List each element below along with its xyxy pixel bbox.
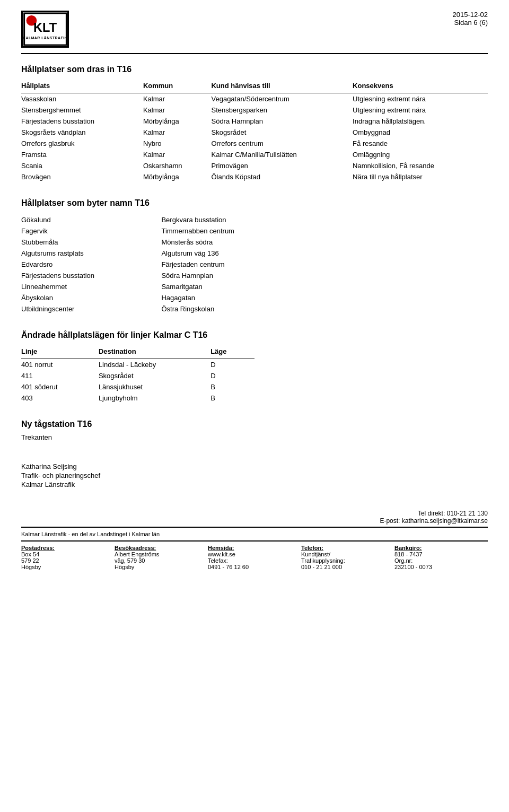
table-cell: Kalmar (143, 149, 212, 160)
table-cell: Få resande (353, 138, 488, 149)
logo-box: KLT KALMAR LÄNSTRAFIK (21, 11, 69, 48)
section4-value: Trekanten (21, 433, 488, 441)
table-row: FagervikTimmernabben centrum (21, 225, 301, 237)
signature-name: Katharina Seijsing (21, 462, 488, 470)
table-cell: Omläggning (353, 149, 488, 160)
section2-title: Hållplatser som byter namn T16 (21, 198, 488, 208)
table-row: StensbergshemmetKalmarStensbergsparkenUt… (21, 104, 488, 116)
table-cell: Färjestadens busstation (21, 116, 143, 127)
table-cell: B (210, 392, 254, 404)
table-cell: Hagagatan (161, 292, 301, 303)
table-cell: Vegagatan/Södercentrum (211, 93, 353, 105)
table-cell: D (210, 370, 254, 381)
table-row: ScaniaOskarshamnPrimovägenNamnkollision,… (21, 160, 488, 171)
table-cell: Mörbylånga (143, 116, 212, 127)
table-cell: 403 (21, 392, 99, 404)
signature-title: Trafik- och planeringschef (21, 472, 488, 479)
section-ny-tagstation: Ny tågstation T16 Trekanten (21, 420, 488, 441)
table-cell: Kalmar C/Manilla/Tullslätten (211, 149, 353, 160)
footer-line: Kundtjänst/ (301, 551, 394, 557)
table-cell: Samaritgatan (161, 281, 301, 292)
footer-tel-area: Tel direkt: 010-21 21 130 E-post: kathar… (21, 510, 488, 525)
section3-table: Linje Destination Läge 401 norrutLindsda… (21, 346, 254, 404)
footer-telefon-title: Telefon: (301, 545, 394, 551)
table-cell: Vasaskolan (21, 93, 143, 105)
table-cell: Åbyskolan (21, 292, 161, 303)
table-cell: Fagervik (21, 225, 161, 237)
table-cell: Utglesning extremt nära (353, 93, 488, 105)
col-destination: Destination (99, 346, 210, 359)
footer-besoks-title: Besöksadress: (115, 545, 208, 551)
table-cell: Ljungbyholm (99, 392, 210, 404)
footer-line: Box 54 (21, 551, 115, 557)
signature-org: Kalmar Länstrafik (21, 481, 488, 488)
svg-text:KALMAR LÄNSTRAFIK: KALMAR LÄNSTRAFIK (23, 36, 67, 40)
footer-line: Trafikupplysning: (301, 557, 394, 564)
table-cell: Stubbemåla (21, 237, 161, 248)
footer-line: Albert Engströms (115, 551, 208, 557)
table-cell: Nybro (143, 138, 212, 149)
table-cell: Stensbergsparken (211, 104, 353, 116)
footer-post-title: Postadress: (21, 545, 115, 551)
footer-line: väg, 579 30 (115, 557, 208, 564)
table-cell: Linneahemmet (21, 281, 161, 292)
page: KLT KALMAR LÄNSTRAFIK 2015-12-02 Sidan 6… (0, 0, 509, 812)
table-cell: Kalmar (143, 93, 212, 105)
table-cell: Algutsrum väg 136 (161, 248, 301, 259)
table-cell: Kalmar (143, 104, 212, 116)
footer-line: www.klt.se (208, 551, 301, 557)
table-cell: Algutsrums rastplats (21, 248, 161, 259)
table-cell: 411 (21, 370, 99, 381)
table-row: BrovägenMörbylångaÖlands KöpstadNära til… (21, 171, 488, 182)
header-date: 2015-12-02 (453, 11, 488, 19)
section-andrade: Ändrade hållplatslägen för linjer Kalmar… (21, 330, 488, 404)
table-cell: Kalmar (143, 127, 212, 138)
table-cell: Indragna hållplatslägen. (353, 116, 488, 127)
footer-bottom: Postadress: Box 54579 22Högsby Besöksadr… (21, 540, 488, 570)
table-row: 401 norrutLindsdal - LäckebyD (21, 359, 254, 371)
table-cell: Södra Hamnplan (211, 116, 353, 127)
footer-col-post: Postadress: Box 54579 22Högsby (21, 545, 115, 570)
table-cell: Nära till nya hållplatser (353, 171, 488, 182)
signature-section: Katharina Seijsing Trafik- och planering… (21, 462, 488, 488)
footer-line: 232100 - 0073 (394, 564, 488, 570)
table-cell: Skogsrådet (211, 127, 353, 138)
table-cell: D (210, 359, 254, 371)
table-cell: Länssjukhuset (99, 381, 210, 392)
section-dras-in: Hållplatser som dras in T16 Hållplats Ko… (21, 65, 488, 182)
table-cell: Primovägen (211, 160, 353, 171)
table-row: Skogsråets vändplanKalmarSkogsrådetOmbyg… (21, 127, 488, 138)
footer-col-telefon: Telefon: Kundtjänst/Trafikupplysning:010… (301, 545, 394, 570)
footer-middle: Kalmar Länstrafik - en del av Landstinge… (21, 527, 488, 537)
table-cell: B (210, 381, 254, 392)
table-cell: Timmernabben centrum (161, 225, 301, 237)
table-row: 411SkogsrådetD (21, 370, 254, 381)
section1-header-row: Hållplats Kommun Kund hänvisas till Kons… (21, 81, 488, 93)
table-row: GökalundBergkvara busstation (21, 214, 301, 225)
col-lage: Läge (210, 346, 254, 359)
logo-svg: KLT KALMAR LÄNSTRAFIK (23, 12, 68, 46)
table-cell: Färjestaden centrum (161, 259, 301, 270)
footer-line: 010 - 21 21 000 (301, 564, 394, 570)
table-cell: 401 söderut (21, 381, 99, 392)
table-row: Algutsrums rastplatsAlgutsrum väg 136 (21, 248, 301, 259)
section3-title: Ändrade hållplatslägen för linjer Kalmar… (21, 330, 488, 340)
table-cell: Edvardsro (21, 259, 161, 270)
footer-line: Högsby (115, 564, 208, 570)
table-cell: Scania (21, 160, 143, 171)
table-cell: Skogsrådet (99, 370, 210, 381)
col-konsekvens: Konsekvens (353, 81, 488, 93)
table-cell: Namnkollision, Få resande (353, 160, 488, 171)
footer-line: Högsby (21, 564, 115, 570)
table-cell: 401 norrut (21, 359, 99, 371)
table-row: ÅbyskolanHagagatan (21, 292, 301, 303)
header-page: Sidan 6 (6) (453, 19, 488, 27)
footer-col-besoks: Besöksadress: Albert Engströmsväg, 579 3… (115, 545, 208, 570)
table-row: 403LjungbyholmB (21, 392, 254, 404)
table-row: StubbemålaMönsterås södra (21, 237, 301, 248)
section1-table: Hållplats Kommun Kund hänvisas till Kons… (21, 81, 488, 182)
col-hallplats: Hållplats (21, 81, 143, 93)
table-row: LinneahemmetSamaritgatan (21, 281, 301, 292)
section-byter-namn: Hållplatser som byter namn T16 GökalundB… (21, 198, 488, 315)
table-cell: Orrefors glasbruk (21, 138, 143, 149)
